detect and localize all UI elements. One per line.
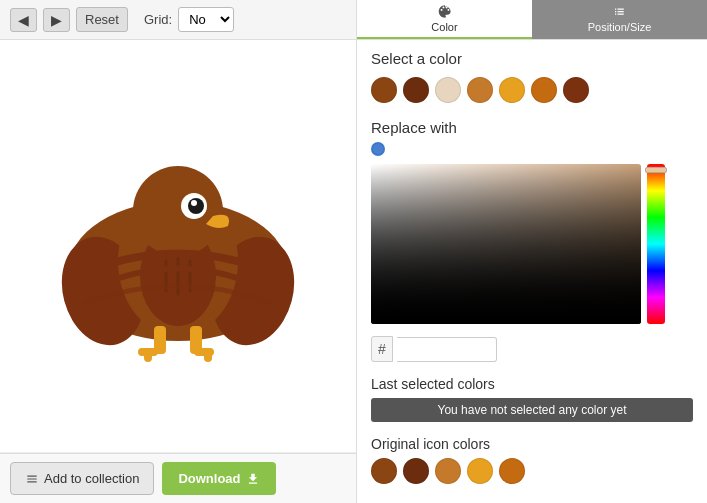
swatch-6[interactable]	[531, 77, 557, 103]
swatch-3[interactable]	[435, 77, 461, 103]
hex-hash: #	[371, 336, 393, 362]
tab-color-label: Color	[431, 21, 457, 33]
download-button[interactable]: Download	[162, 462, 275, 495]
replace-title: Replace with	[371, 119, 693, 136]
svg-rect-15	[144, 348, 152, 362]
color-swatches	[371, 77, 693, 103]
right-panel: Select a color Replace with # Last selec…	[357, 40, 707, 503]
canvas-area	[0, 40, 356, 453]
replace-color-indicator	[371, 142, 385, 156]
orig-swatch-4[interactable]	[467, 458, 493, 484]
swatch-2[interactable]	[403, 77, 429, 103]
swatch-4[interactable]	[467, 77, 493, 103]
tab-position-label: Position/Size	[588, 21, 652, 33]
original-color-swatches	[371, 458, 693, 484]
bird-illustration	[38, 106, 318, 386]
forward-button[interactable]: ▶	[43, 8, 70, 32]
hue-slider[interactable]	[647, 164, 665, 324]
orig-swatch-3[interactable]	[435, 458, 461, 484]
reset-button[interactable]: Reset	[76, 7, 128, 32]
hex-row: #	[371, 336, 693, 362]
orig-swatch-1[interactable]	[371, 458, 397, 484]
select-color-title: Select a color	[371, 50, 693, 67]
swatch-7[interactable]	[563, 77, 589, 103]
svg-point-11	[191, 200, 197, 206]
tab-position[interactable]: Position/Size	[532, 0, 707, 39]
download-icon	[246, 472, 260, 486]
add-btn-label: Add to collection	[44, 471, 139, 486]
grid-select[interactable]: No Yes	[178, 7, 234, 32]
action-bar: Add to collection Download	[0, 453, 356, 503]
no-color-message: You have not selected any color yet	[371, 398, 693, 422]
grid-label: Grid:	[144, 12, 172, 27]
toolbar: ◀ ▶ Reset Grid: No Yes	[0, 0, 357, 39]
gradient-picker[interactable]	[371, 164, 641, 324]
last-selected-title: Last selected colors	[371, 376, 693, 392]
swatch-1[interactable]	[371, 77, 397, 103]
position-icon	[611, 4, 629, 19]
original-colors-title: Original icon colors	[371, 436, 693, 452]
svg-rect-17	[204, 348, 212, 362]
tab-bar: Color Position/Size	[357, 0, 707, 39]
palette-icon	[436, 4, 454, 19]
tab-color[interactable]: Color	[357, 0, 532, 39]
color-picker	[371, 164, 693, 324]
orig-swatch-2[interactable]	[403, 458, 429, 484]
add-to-collection-button[interactable]: Add to collection	[10, 462, 154, 495]
left-panel: Add to collection Download	[0, 40, 357, 503]
orig-swatch-5[interactable]	[499, 458, 525, 484]
back-button[interactable]: ◀	[10, 8, 37, 32]
download-btn-label: Download	[178, 471, 240, 486]
hue-handle	[645, 167, 667, 173]
svg-point-10	[188, 198, 204, 214]
collection-icon	[25, 472, 39, 486]
hex-input[interactable]	[397, 337, 497, 362]
svg-point-8	[133, 166, 223, 256]
swatch-5[interactable]	[499, 77, 525, 103]
